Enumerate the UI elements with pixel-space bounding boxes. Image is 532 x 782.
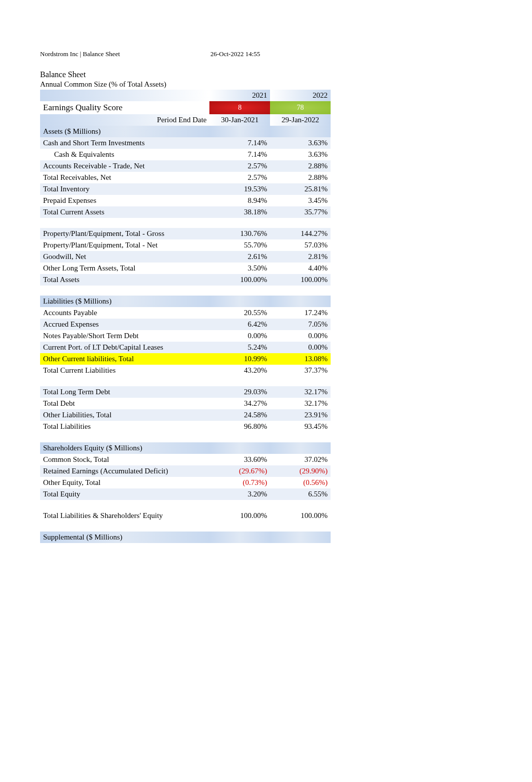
table-row: Prepaid Expenses 8.94% 3.45%: [40, 195, 331, 206]
row-label: Total Debt: [40, 398, 209, 409]
period-end-2022: 29-Jan-2022: [270, 114, 331, 126]
report-timestamp: 26-Oct-2022 14:55: [210, 50, 260, 58]
balance-sheet-table: 2021 2022 Earnings Quality Score 8 78 Pe…: [40, 90, 331, 543]
row-label: Common Stock, Total: [40, 454, 209, 465]
row-val-2022: 37.37%: [270, 365, 331, 376]
row-val-2021: 100.00%: [209, 274, 270, 286]
eqs-label: Earnings Quality Score: [40, 101, 209, 114]
spacer-row: [40, 500, 331, 510]
row-val-2021: (0.73%): [209, 477, 270, 488]
table-row: Total Receivables, Net 2.57% 2.88%: [40, 172, 331, 183]
row-label: Total Current Assets: [40, 206, 209, 218]
liabilities-section-header: Liabilities ($ Millions): [40, 296, 331, 307]
row-val-2022: 0.00%: [270, 342, 331, 353]
table-row: Cash and Short Term Investments 7.14% 3.…: [40, 137, 331, 149]
row-val-2022: 0.00%: [270, 330, 331, 342]
row-label: Other Equity, Total: [40, 477, 209, 488]
table-row: Total Liabilities 96.80% 93.45%: [40, 421, 331, 432]
row-val-2022: (29.90%): [270, 465, 331, 477]
row-val-2022: 6.55%: [270, 488, 331, 500]
row-val-2021: 34.27%: [209, 398, 270, 409]
table-row: Total Equity 3.20% 6.55%: [40, 488, 331, 500]
report-title: Balance Sheet: [40, 70, 492, 79]
row-val-2021: 19.53%: [209, 183, 270, 195]
period-end-2021: 30-Jan-2021: [209, 114, 270, 126]
row-val-2021: 3.20%: [209, 488, 270, 500]
equity-header-label: Shareholders Equity ($ Millions): [40, 442, 209, 454]
table-row: Total Current Assets 38.18% 35.77%: [40, 206, 331, 218]
row-val-2022: 2.88%: [270, 160, 331, 172]
row-val-2022: 7.05%: [270, 319, 331, 330]
table-row: Accrued Expenses 6.42% 7.05%: [40, 319, 331, 330]
table-row: Common Stock, Total 33.60% 37.02%: [40, 454, 331, 465]
row-val-2022: (0.56%): [270, 477, 331, 488]
row-val-2021: (29.67%): [209, 465, 270, 477]
table-row-highlighted: Other Current liabilities, Total 10.99% …: [40, 353, 331, 365]
row-label: Accrued Expenses: [40, 319, 209, 330]
table-row: Other Liabilities, Total 24.58% 23.91%: [40, 409, 331, 421]
year-2021: 2021: [209, 90, 270, 101]
row-label: Total Equity: [40, 488, 209, 500]
row-val-2022: 37.02%: [270, 454, 331, 465]
row-val-2021: 29.03%: [209, 386, 270, 398]
row-val-2021: 55.70%: [209, 239, 270, 251]
table-row: Total Debt 34.27% 32.17%: [40, 398, 331, 409]
row-label: Total Receivables, Net: [40, 172, 209, 183]
period-end-label: Period End Date: [40, 114, 209, 126]
row-val-2021: 8.94%: [209, 195, 270, 206]
spacer-row: [40, 218, 331, 228]
row-label: Accounts Payable: [40, 307, 209, 319]
table-row: Accounts Receivable - Trade, Net 2.57% 2…: [40, 160, 331, 172]
row-label: Current Port. of LT Debt/Capital Leases: [40, 342, 209, 353]
table-row: Total Current Liabilities 43.20% 37.37%: [40, 365, 331, 376]
row-label: Other Current liabilities, Total: [40, 353, 209, 365]
row-val-2021: 7.14%: [209, 137, 270, 149]
row-val-2021: 2.61%: [209, 251, 270, 263]
row-val-2021: 96.80%: [209, 421, 270, 432]
row-val-2022: 17.24%: [270, 307, 331, 319]
row-val-2022: 3.63%: [270, 137, 331, 149]
table-row: Accounts Payable 20.55% 17.24%: [40, 307, 331, 319]
row-label: Retained Earnings (Accumulated Deficit): [40, 465, 209, 477]
row-label: Other Long Term Assets, Total: [40, 263, 209, 274]
year-2022: 2022: [270, 90, 331, 101]
table-row: Total Inventory 19.53% 25.81%: [40, 183, 331, 195]
row-label: Total Liabilities & Shareholders' Equity: [40, 510, 209, 522]
row-label: Cash and Short Term Investments: [40, 137, 209, 149]
table-row: Current Port. of LT Debt/Capital Leases …: [40, 342, 331, 353]
row-label: Property/Plant/Equipment, Total - Net: [40, 239, 209, 251]
table-row: Total Assets 100.00% 100.00%: [40, 274, 331, 286]
table-row: Total Long Term Debt 29.03% 32.17%: [40, 386, 331, 398]
row-val-2022: 57.03%: [270, 239, 331, 251]
table-row: Other Long Term Assets, Total 3.50% 4.40…: [40, 263, 331, 274]
row-label: Total Long Term Debt: [40, 386, 209, 398]
equity-section-header: Shareholders Equity ($ Millions): [40, 442, 331, 454]
year-header-row: 2021 2022: [40, 90, 331, 101]
table-row: Other Equity, Total (0.73%) (0.56%): [40, 477, 331, 488]
row-val-2021: 2.57%: [209, 172, 270, 183]
row-val-2022: 93.45%: [270, 421, 331, 432]
eqs-row: Earnings Quality Score 8 78: [40, 101, 331, 114]
table-row: Cash & Equivalents 7.14% 3.63%: [40, 149, 331, 160]
table-row: Notes Payable/Short Term Debt 0.00% 0.00…: [40, 330, 331, 342]
row-val-2021: 20.55%: [209, 307, 270, 319]
assets-header-label: Assets ($ Millions): [40, 126, 209, 137]
row-val-2022: 23.91%: [270, 409, 331, 421]
page-header: Nordstrom Inc | Balance Sheet 26-Oct-202…: [40, 50, 492, 58]
table-row: Property/Plant/Equipment, Total - Gross …: [40, 228, 331, 239]
row-val-2021: 43.20%: [209, 365, 270, 376]
table-row: Goodwill, Net 2.61% 2.81%: [40, 251, 331, 263]
spacer-row: [40, 376, 331, 386]
row-val-2022: 100.00%: [270, 510, 331, 522]
supplemental-header-label: Supplemental ($ Millions): [40, 532, 209, 543]
row-val-2021: 5.24%: [209, 342, 270, 353]
row-label: Goodwill, Net: [40, 251, 209, 263]
row-val-2021: 38.18%: [209, 206, 270, 218]
row-val-2021: 10.99%: [209, 353, 270, 365]
row-val-2021: 2.57%: [209, 160, 270, 172]
row-val-2022: 4.40%: [270, 263, 331, 274]
period-end-row: Period End Date 30-Jan-2021 29-Jan-2022: [40, 114, 331, 126]
row-label: Total Assets: [40, 274, 209, 286]
table-row: Property/Plant/Equipment, Total - Net 55…: [40, 239, 331, 251]
row-val-2022: 32.17%: [270, 398, 331, 409]
